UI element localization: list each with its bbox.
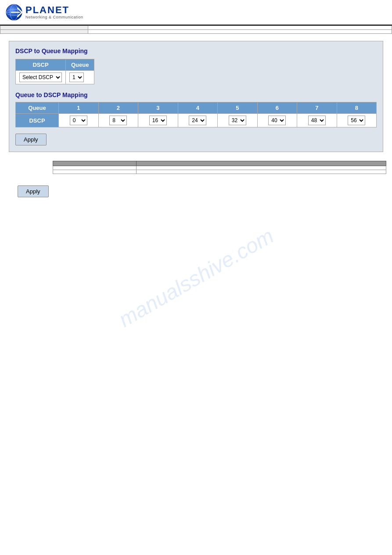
- dscp-value-select-1[interactable]: 0 8 16 24 32 40 48 56: [70, 116, 87, 125]
- bottom-info-table: [53, 161, 386, 174]
- dscp-value-select-8[interactable]: 0 8 16 24 32 40 48 56: [348, 116, 365, 125]
- dscp-cell-8[interactable]: 0 8 16 24 32 40 48 56: [337, 114, 377, 127]
- queue-select-cell[interactable]: 1 2 3 4 5 6 7 8: [66, 71, 94, 84]
- queue-header-1: 1: [59, 102, 98, 114]
- top-table-cell: [88, 26, 392, 30]
- top-info-table: [0, 25, 392, 34]
- dscp-value-select-5[interactable]: 0 8 16 24 32 40 48 56: [229, 116, 246, 125]
- top-table-cell: [0, 26, 88, 30]
- dscp-queue-table: DSCP Queue Select DSCP 1 2 3: [15, 59, 94, 84]
- table-row: [53, 170, 386, 174]
- queue-header-6: 6: [257, 102, 297, 114]
- dscp-value-select-6[interactable]: 0 8 16 24 32 40 48 56: [268, 116, 286, 125]
- bottom-table-cell: [137, 166, 386, 170]
- queue-header-2: 2: [98, 102, 138, 114]
- logo-text: PLANET Networking & Communication: [25, 5, 83, 19]
- table-row: [53, 166, 386, 170]
- dscp-cell-4[interactable]: 0 8 16 24 32 40 48 56: [178, 114, 217, 127]
- dscp-queue-title: DSCP to Queue Mapping: [15, 47, 377, 54]
- bottom-table-cell: [53, 170, 137, 174]
- queue-header-label: Queue: [16, 102, 59, 114]
- dscp-cell-1[interactable]: 0 8 16 24 32 40 48 56: [59, 114, 98, 127]
- queue-select[interactable]: 1 2 3 4 5 6 7 8: [69, 73, 84, 82]
- dscp-queue-col-queue: Queue: [66, 59, 94, 71]
- dscp-cell-5[interactable]: 0 8 16 24 32 40 48 56: [218, 114, 257, 127]
- logo-tagline-text: Networking & Communication: [25, 15, 83, 19]
- apply-button-2[interactable]: Apply: [18, 185, 49, 197]
- queue-header-3: 3: [138, 102, 178, 114]
- queue-header-8: 8: [337, 102, 377, 114]
- watermark-text: manualsshive.com: [115, 223, 278, 331]
- queue-dscp-row: DSCP 0 8 16 24 32 40 48 56: [16, 114, 377, 127]
- queue-dscp-title: Queue to DSCP Mapping: [15, 91, 377, 98]
- top-table-cell: [0, 30, 88, 34]
- apply-button-1[interactable]: Apply: [15, 134, 47, 145]
- logo-globe-icon: [5, 4, 23, 21]
- dscp-cell-6[interactable]: 0 8 16 24 32 40 48 56: [257, 114, 297, 127]
- queue-dscp-table: Queue 1 2 3 4 5 6 7 8 DSCP 0: [15, 102, 377, 127]
- top-table-cell: [88, 30, 392, 34]
- dscp-cell-2[interactable]: 0 8 16 24 32 40 48 56: [98, 114, 138, 127]
- bottom-table-cell: [53, 166, 137, 170]
- dscp-row-label: DSCP: [16, 114, 59, 127]
- queue-header-7: 7: [297, 102, 337, 114]
- dscp-value-select-3[interactable]: 0 8 16 24 32 40 48 56: [149, 116, 167, 125]
- dscp-queue-col-dscp: DSCP: [16, 59, 66, 71]
- main-content: DSCP to Queue Mapping DSCP Queue Select …: [0, 34, 392, 209]
- header: PLANET Networking & Communication: [0, 0, 392, 25]
- dscp-cell-3[interactable]: 0 8 16 24 32 40 48 56: [138, 114, 178, 127]
- dscp-value-select-2[interactable]: 0 8 16 24 32 40 48 56: [109, 116, 127, 125]
- mapping-panel: DSCP to Queue Mapping DSCP Queue Select …: [9, 41, 383, 152]
- dscp-select[interactable]: Select DSCP: [19, 73, 62, 82]
- bottom-table-header-1: [53, 161, 137, 166]
- logo-planet-name: PLANET: [25, 5, 83, 15]
- table-row: [0, 26, 392, 30]
- dscp-value-select-4[interactable]: 0 8 16 24 32 40 48 56: [189, 116, 206, 125]
- bottom-table-cell: [137, 170, 386, 174]
- dscp-cell-7[interactable]: 0 8 16 24 32 40 48 56: [297, 114, 337, 127]
- dscp-value-select-7[interactable]: 0 8 16 24 32 40 48 56: [308, 116, 326, 125]
- bottom-table-header-2: [137, 161, 386, 166]
- table-row: [0, 30, 392, 34]
- queue-header-4: 4: [178, 102, 217, 114]
- bottom-apply-area: Apply: [9, 181, 383, 202]
- dscp-queue-row: Select DSCP 1 2 3 4 5 6 7 8: [16, 71, 94, 84]
- queue-header-5: 5: [218, 102, 257, 114]
- dscp-select-cell[interactable]: Select DSCP: [16, 71, 66, 84]
- logo-container: PLANET Networking & Communication: [5, 4, 83, 21]
